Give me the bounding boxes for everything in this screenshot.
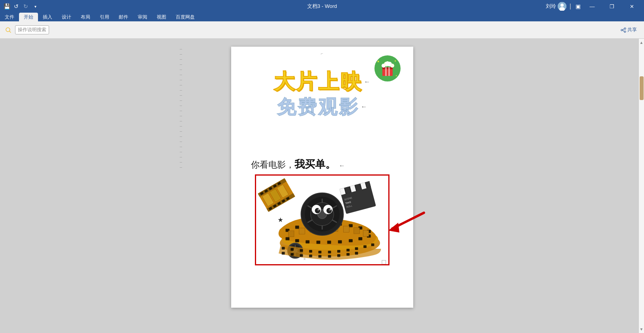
film-illustration: SCENE TAKE ROLL ★ ★ ★ ★ (256, 176, 388, 264)
svg-rect-109 (346, 249, 350, 252)
restore-button[interactable]: ❐ (603, 0, 621, 13)
svg-rect-107 (328, 251, 331, 254)
scroll-down-arrow[interactable]: ▼ (639, 327, 644, 331)
svg-rect-58 (288, 231, 294, 237)
svg-rect-54 (338, 240, 342, 244)
svg-rect-119 (337, 254, 340, 257)
left-ruler (178, 47, 184, 308)
minimize-button[interactable]: — (583, 0, 601, 13)
word-page: ⌐ ★ ★ ★ (231, 47, 413, 308)
tab-insert[interactable]: 插入 (38, 13, 57, 21)
svg-line-6 (623, 28, 624, 29)
svg-rect-63 (343, 226, 349, 233)
svg-marker-124 (388, 223, 399, 233)
svg-rect-46 (349, 224, 353, 227)
svg-rect-55 (349, 239, 353, 242)
doc-title-line2: 免费观影 (277, 97, 359, 118)
svg-rect-59 (299, 228, 305, 234)
tab-references[interactable]: 引用 (95, 13, 114, 21)
share-label: 共享 (627, 26, 637, 33)
tab-review[interactable]: 审阅 (133, 13, 152, 21)
svg-text:★: ★ (394, 60, 396, 62)
svg-rect-64 (353, 227, 359, 234)
svg-rect-49 (285, 237, 289, 240)
sub-text-normal: 你看电影， (251, 160, 294, 170)
svg-text:★: ★ (377, 60, 380, 63)
svg-point-79 (318, 208, 320, 210)
scrollbar[interactable]: ▲ ▼ (638, 39, 644, 333)
svg-rect-104 (300, 249, 303, 252)
tab-view[interactable]: 视图 (152, 13, 171, 21)
tab-home[interactable]: 开始 (19, 13, 38, 21)
ribbon-content: 操作说明搜索 共享 (0, 21, 644, 39)
search-placeholder: 操作说明搜索 (18, 26, 46, 33)
undo-icon[interactable]: ↺ (13, 3, 20, 10)
share-button[interactable]: 共享 (621, 26, 637, 33)
svg-rect-114 (291, 253, 294, 256)
svg-rect-115 (300, 254, 303, 257)
tab-file[interactable]: 文件 (0, 13, 19, 21)
redo-icon[interactable]: ↻ (22, 3, 29, 10)
title-bar: 💾 ↺ ↻ ▾ 文档3 - Word 刘玲 | ▣ — ❐ ✕ (0, 0, 644, 13)
tab-mail[interactable]: 邮件 (114, 13, 133, 21)
user-name: 刘玲 (546, 3, 556, 10)
svg-point-80 (330, 208, 331, 210)
scroll-thumb[interactable] (640, 76, 644, 100)
svg-rect-113 (281, 252, 285, 255)
svg-rect-120 (346, 253, 350, 256)
sub-text-bold: 我买单。 (294, 158, 336, 170)
close-button[interactable]: ✕ (623, 0, 641, 13)
doc-title-line1: 大片上映 (274, 70, 363, 93)
sub-text-area: 你看电影，我买单。 ← (247, 157, 397, 171)
ribbon-search-icon (3, 26, 13, 34)
svg-rect-121 (355, 252, 358, 255)
doc-title-area: 大片上映 ← 免费观影 ← (247, 66, 397, 118)
svg-text:★: ★ (278, 217, 283, 223)
svg-rect-50 (295, 239, 299, 242)
svg-rect-105 (309, 250, 312, 253)
svg-point-5 (621, 29, 623, 31)
tab-design[interactable]: 设计 (57, 13, 76, 21)
svg-point-4 (624, 31, 626, 32)
svg-rect-111 (363, 245, 367, 248)
svg-rect-116 (309, 255, 312, 257)
save-icon[interactable]: 💾 (3, 3, 10, 10)
svg-rect-118 (328, 255, 331, 258)
svg-rect-52 (316, 241, 320, 244)
search-box[interactable]: 操作说明搜索 (15, 25, 49, 34)
svg-point-1 (560, 4, 564, 7)
svg-rect-41 (295, 226, 299, 229)
svg-rect-106 (318, 251, 321, 254)
svg-point-17 (386, 61, 389, 65)
svg-rect-117 (318, 255, 321, 258)
ribbon-tabs: 文件 开始 插入 设计 布局 引用 邮件 审阅 视图 百度网盘 (0, 13, 644, 21)
svg-point-3 (624, 28, 626, 29)
svg-rect-53 (327, 241, 331, 244)
svg-rect-102 (281, 247, 285, 250)
tab-layout[interactable]: 布局 (76, 13, 95, 21)
svg-rect-51 (306, 240, 310, 244)
scroll-up-arrow[interactable]: ▲ (640, 39, 644, 45)
user-avatar[interactable] (558, 2, 566, 11)
svg-rect-103 (291, 248, 294, 251)
layout-icon[interactable]: ▣ (574, 3, 581, 10)
tab-baidu[interactable]: 百度网盘 (171, 13, 199, 21)
svg-rect-65 (363, 230, 369, 237)
film-box: SCENE TAKE ROLL ★ ★ ★ ★ (255, 174, 389, 265)
title-bar-right: 刘玲 | ▣ — ❐ ✕ (546, 0, 641, 13)
window-title: 文档3 - Word (307, 3, 337, 10)
svg-rect-110 (355, 247, 358, 250)
para-mark-2: ← (361, 103, 367, 110)
svg-rect-112 (371, 243, 374, 246)
svg-rect-56 (358, 237, 362, 240)
red-arrow (384, 209, 432, 233)
para-mark-1: ← (364, 78, 370, 85)
user-area: 刘玲 (546, 2, 566, 11)
title-bar-left: 💾 ↺ ↻ ▾ (3, 3, 39, 10)
para-mark-3: ← (337, 162, 345, 169)
svg-line-7 (623, 30, 624, 31)
main-area: ⌐ ★ ★ ★ (0, 39, 644, 333)
customize-icon[interactable]: ▾ (32, 3, 39, 10)
svg-rect-108 (337, 250, 340, 253)
